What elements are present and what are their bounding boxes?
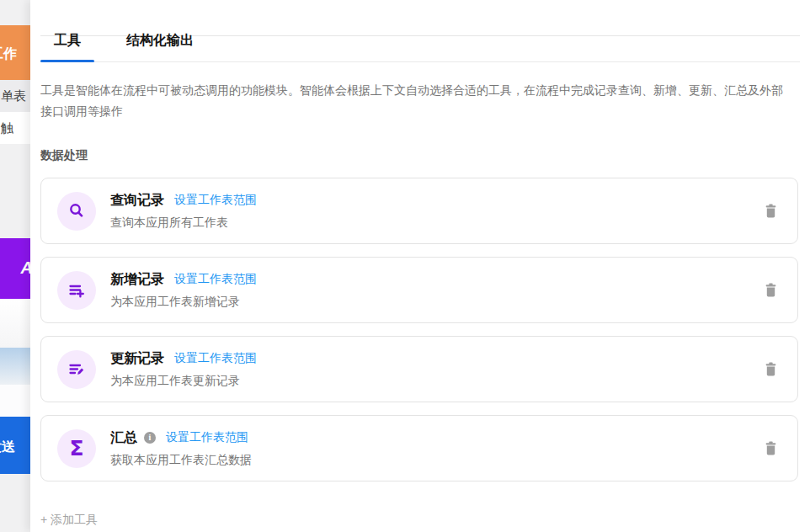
list-edit-icon <box>57 350 96 389</box>
tools-description: 工具是智能体在流程中可被动态调用的功能模块。智能体会根据上下文自动选择合适的工具… <box>40 80 791 122</box>
search-icon <box>57 192 96 231</box>
tool-title: 新增记录 <box>110 271 164 289</box>
delete-tool-button[interactable] <box>762 440 779 457</box>
trash-icon <box>765 283 777 297</box>
background-list-row-2: 触 <box>0 112 30 144</box>
tool-description: 为本应用工作表新增记录 <box>110 295 257 310</box>
tool-title: 查询记录 <box>110 192 164 210</box>
set-worksheet-scope-link[interactable]: 设置工作表范围 <box>174 272 257 287</box>
delete-tool-button[interactable] <box>762 361 779 378</box>
sigma-icon: Σ <box>57 429 96 468</box>
background-blue-card: 发送 <box>0 417 30 474</box>
tool-card-list: 查询记录 设置工作表范围 查询本应用所有工作表 <box>40 178 800 481</box>
tool-description: 获取本应用工作表汇总数据 <box>110 453 252 468</box>
trash-icon <box>765 362 777 376</box>
list-add-icon <box>57 271 96 310</box>
add-tool-button[interactable]: + 添加工具 <box>40 513 98 528</box>
tab-structured-output[interactable]: 结构化输出 <box>126 32 194 61</box>
tool-description: 查询本应用所有工作表 <box>110 215 257 231</box>
trash-icon <box>765 441 777 455</box>
tool-card-update-records: 更新记录 设置工作表范围 为本应用工作表更新记录 <box>40 336 798 402</box>
set-worksheet-scope-link[interactable]: 设置工作表范围 <box>166 430 248 445</box>
background-lightblue-card <box>0 348 30 385</box>
tool-card-add-records: 新增记录 设置工作表范围 为本应用工作表新增记录 <box>40 257 798 323</box>
tool-card-query-records: 查询记录 设置工作表范围 查询本应用所有工作表 <box>40 178 798 244</box>
delete-tool-button[interactable] <box>762 203 779 220</box>
tool-title: 汇总 <box>110 429 137 447</box>
background-fade-zone <box>0 299 30 348</box>
background-orange-label: 工作 <box>0 45 17 63</box>
tab-bar: 工具 结构化输出 <box>40 32 800 62</box>
set-worksheet-scope-link[interactable]: 设置工作表范围 <box>174 351 257 366</box>
background-white-zone <box>0 385 30 417</box>
delete-tool-button[interactable] <box>762 282 779 299</box>
tool-title: 更新记录 <box>110 350 164 368</box>
section-title-data-processing: 数据处理 <box>40 148 800 163</box>
background-orange-card: 工作 <box>0 25 30 80</box>
background-page-strip: 工作 单表 触 A 发送 <box>0 0 30 532</box>
tab-tools[interactable]: 工具 <box>40 32 94 61</box>
tool-card-summarize: Σ 汇总 i 设置工作表范围 获取本应用工作表汇总数据 <box>40 415 798 481</box>
background-purple-card: A <box>0 238 30 299</box>
tool-description: 为本应用工作表更新记录 <box>110 374 257 389</box>
info-icon[interactable]: i <box>144 432 156 444</box>
set-worksheet-scope-link[interactable]: 设置工作表范围 <box>174 193 257 208</box>
background-list-row-1: 单表 <box>0 80 30 112</box>
trash-icon <box>765 204 777 218</box>
tools-config-panel: 工具 结构化输出 工具是智能体在流程中可被动态调用的功能模块。智能体会根据上下文… <box>30 0 810 532</box>
